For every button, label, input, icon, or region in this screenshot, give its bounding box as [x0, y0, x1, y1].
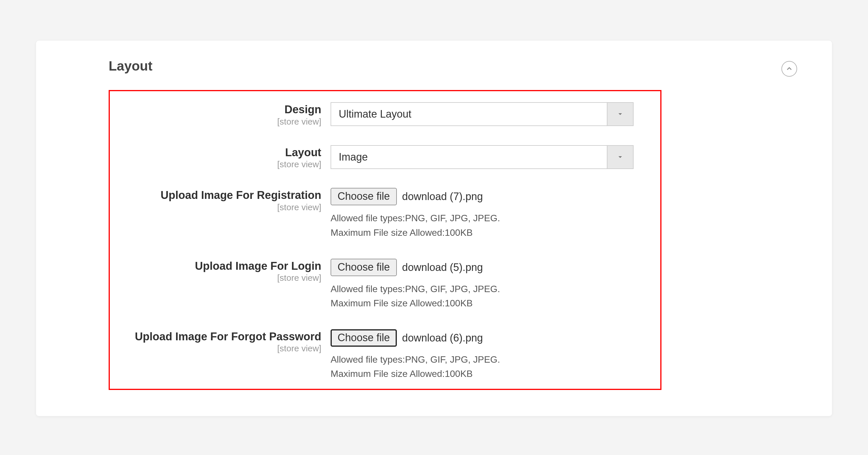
layout-row: Layout [store view] Image: [116, 145, 654, 169]
layout-scope-label: [store view]: [116, 159, 321, 169]
layout-select-arrow: [607, 145, 633, 169]
upload-forgot-scope-label: [store view]: [116, 344, 321, 353]
upload-forgot-hint: Allowed file types:PNG, GIF, JPG, JPEG. …: [331, 353, 654, 381]
design-row: Design [store view] Ultimate Layout: [116, 102, 654, 127]
upload-forgot-label: Upload Image For Forgot Password: [116, 330, 321, 343]
design-select-arrow: [607, 102, 633, 126]
chevron-up-icon: [786, 65, 793, 72]
upload-registration-label: Upload Image For Registration: [116, 189, 321, 202]
collapse-section-button[interactable]: [781, 61, 797, 77]
design-select-value: Ultimate Layout: [331, 102, 607, 126]
upload-registration-choose-file-button[interactable]: Choose file: [331, 188, 397, 205]
upload-login-row: Upload Image For Login [store view] Choo…: [116, 259, 654, 311]
layout-settings-card: Layout Design [store view] Ultimate Layo…: [36, 41, 832, 416]
upload-login-scope-label: [store view]: [116, 273, 321, 283]
settings-highlight-box: Design [store view] Ultimate Layout: [108, 90, 661, 390]
design-scope-label: [store view]: [116, 117, 321, 127]
upload-registration-hint: Allowed file types:PNG, GIF, JPG, JPEG. …: [331, 211, 654, 240]
upload-forgot-file-name: download (6).png: [402, 332, 483, 344]
layout-select[interactable]: Image: [331, 145, 633, 169]
layout-label: Layout: [116, 147, 321, 159]
upload-login-file-name: download (5).png: [402, 261, 483, 273]
upload-forgot-row: Upload Image For Forgot Password [store …: [116, 329, 654, 381]
upload-registration-row: Upload Image For Registration [store vie…: [116, 188, 654, 240]
layout-select-value: Image: [331, 145, 607, 169]
upload-login-label: Upload Image For Login: [116, 260, 321, 273]
design-select[interactable]: Ultimate Layout: [331, 102, 633, 126]
upload-login-hint: Allowed file types:PNG, GIF, JPG, JPEG. …: [331, 282, 654, 311]
upload-login-choose-file-button[interactable]: Choose file: [331, 259, 397, 276]
svg-marker-1: [618, 156, 622, 158]
caret-down-icon: [618, 155, 623, 160]
caret-down-icon: [618, 111, 623, 117]
upload-registration-file-name: download (7).png: [402, 191, 483, 203]
upload-forgot-choose-file-button[interactable]: Choose file: [331, 329, 397, 347]
section-title: Layout: [108, 58, 153, 74]
svg-marker-0: [618, 113, 622, 115]
design-label: Design: [116, 103, 321, 116]
upload-registration-scope-label: [store view]: [116, 202, 321, 212]
